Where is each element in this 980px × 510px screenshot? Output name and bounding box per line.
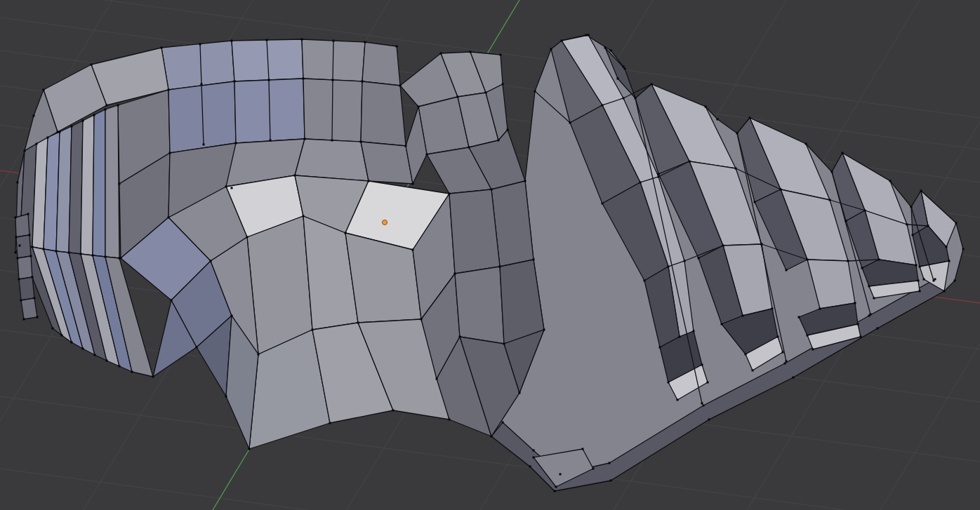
mesh-face [81, 115, 94, 255]
viewport-3d[interactable] [0, 0, 980, 510]
mesh-face [16, 235, 31, 258]
mesh-face [361, 142, 413, 184]
mesh-face [21, 298, 37, 319]
mesh-face [247, 216, 312, 354]
mesh-face [295, 139, 369, 181]
mesh-face [18, 256, 32, 279]
mesh-face [93, 109, 105, 257]
mesh-face [449, 189, 500, 274]
mesh-face [15, 214, 29, 237]
mesh-face [105, 105, 119, 258]
mesh-face [362, 42, 400, 86]
object-origin-dot [383, 220, 388, 225]
viewport-canvas[interactable] [0, 0, 980, 510]
mesh-face [455, 267, 504, 344]
mesh-face [361, 81, 406, 146]
mesh-face [19, 277, 34, 300]
